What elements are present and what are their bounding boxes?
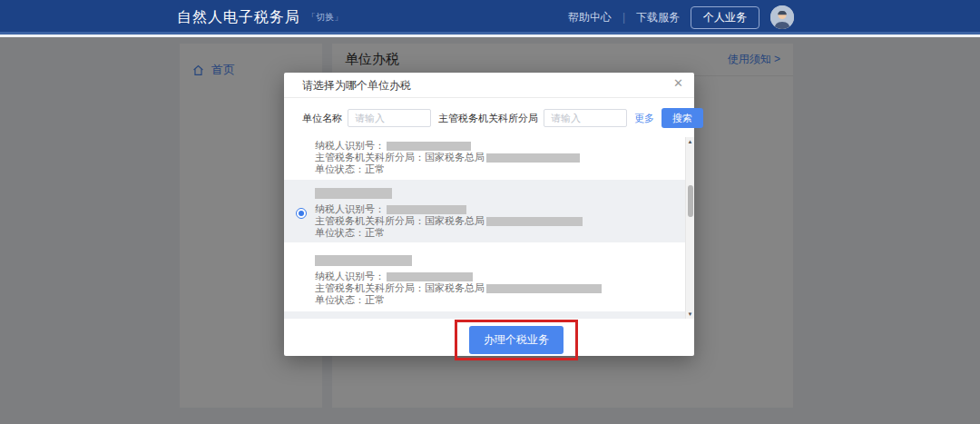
app-header: 自然人电子税务局 「切换」 帮助中心 | 下载服务 个人业务 (0, 0, 980, 35)
unit-status: 单位状态：正常 (315, 294, 658, 306)
annotation-box: 办理个税业务 (455, 320, 578, 360)
bureau-field-label: 主管税务机关科所分局：国家税务总局 (315, 215, 485, 226)
handle-tax-business-button[interactable]: 办理个税业务 (469, 326, 564, 354)
personal-business-button[interactable]: 个人业务 (691, 6, 760, 29)
switch-link[interactable]: 「切换」 (307, 11, 343, 24)
redacted-bureau (486, 284, 602, 293)
nav-divider: | (622, 11, 625, 24)
taxpayer-id-label: 纳税人识别号： (315, 203, 385, 214)
download-service-link[interactable]: 下载服务 (636, 10, 680, 25)
scroll-up-icon[interactable]: ▲ (686, 138, 694, 145)
redacted-taxpayer-id (387, 142, 471, 151)
avatar-person-icon (770, 5, 794, 29)
modal-footer: 办理个税业务 (284, 319, 694, 362)
scrollbar-thumb[interactable] (688, 185, 693, 217)
redacted-unit-name (315, 188, 392, 199)
modal-title: 请选择为哪个单位办税 (302, 79, 411, 92)
bureau-input[interactable] (544, 109, 627, 127)
bureau-label: 主管税务机关科所分局 (438, 112, 538, 125)
taxpayer-id-label: 纳税人识别号： (315, 140, 385, 151)
scroll-down-icon[interactable]: ▼ (686, 311, 694, 318)
redacted-bureau (486, 217, 583, 226)
taxpayer-id-label: 纳税人识别号： (315, 271, 385, 281)
bureau-field-label: 主管税务机关科所分局：国家税务总局 (315, 282, 485, 293)
redacted-unit-name (315, 255, 412, 266)
select-unit-modal: 请选择为哪个单位办税 ✕ 单位名称 主管税务机关科所分局 更多 搜索 纳税人识别… (284, 73, 694, 356)
search-button[interactable]: 搜索 (662, 108, 703, 128)
scrollbar[interactable]: ▲ ▼ (685, 137, 694, 319)
redacted-taxpayer-id (387, 272, 473, 281)
unit-status: 单位状态：正常 (315, 227, 658, 239)
unit-status: 单位状态：正常 (315, 163, 658, 175)
unit-list-item[interactable] (284, 311, 685, 319)
unit-list-inner: 纳税人识别号： 主管税务机关科所分局：国家税务总局 单位状态：正常 纳税人识别号… (284, 137, 694, 319)
bureau-field-label: 主管税务机关科所分局：国家税务总局 (315, 152, 485, 163)
app-brand: 自然人电子税务局 「切换」 (177, 0, 343, 35)
close-icon[interactable]: ✕ (673, 77, 683, 89)
unit-list-item[interactable]: 纳税人识别号： 主管税务机关科所分局：国家税务总局 单位状态：正常 (284, 137, 685, 180)
unit-list-item[interactable]: 纳税人识别号： 主管税务机关科所分局：国家税务总局 单位状态：正常 (284, 242, 685, 311)
unit-name-label: 单位名称 (302, 112, 342, 125)
search-row: 单位名称 主管税务机关科所分局 更多 搜索 (284, 98, 694, 137)
unit-list-item-selected[interactable]: 纳税人识别号： 主管税务机关科所分局：国家税务总局 单位状态：正常 (284, 180, 685, 242)
more-link[interactable]: 更多 (634, 112, 654, 125)
modal-header: 请选择为哪个单位办税 ✕ (284, 73, 694, 98)
unit-list: 纳税人识别号： 主管税务机关科所分局：国家税务总局 单位状态：正常 纳税人识别号… (284, 137, 694, 319)
help-center-link[interactable]: 帮助中心 (568, 10, 612, 25)
top-nav: 帮助中心 | 下载服务 个人业务 (568, 0, 794, 35)
radio-selected-icon[interactable] (296, 208, 307, 219)
unit-name-input[interactable] (348, 109, 431, 127)
redacted-taxpayer-id (387, 205, 466, 214)
app-title: 自然人电子税务局 (177, 8, 300, 27)
redacted-bureau (486, 153, 580, 163)
user-avatar[interactable] (770, 5, 794, 29)
